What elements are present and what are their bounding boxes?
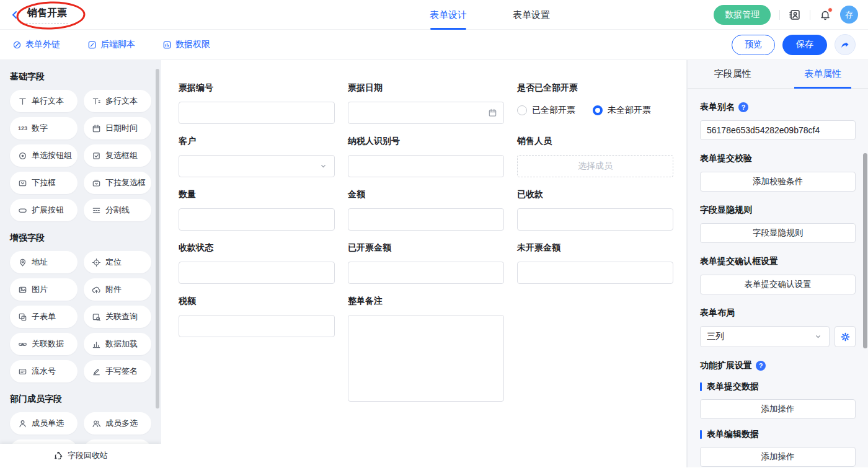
palette-item-radio[interactable]: 单选按钮组	[10, 144, 78, 167]
panel-scrollbar[interactable]	[863, 153, 867, 348]
date-input[interactable]	[348, 102, 504, 124]
palette-item-extend-button[interactable]: 扩展按钮	[10, 199, 78, 221]
panel-action-button[interactable]: 字段显隐规则	[700, 223, 856, 243]
text-input[interactable]	[348, 208, 504, 231]
tab-form-settings[interactable]: 表单设置	[513, 0, 550, 30]
toolbar-link-data-permission[interactable]: 数据权限	[162, 39, 210, 50]
radio-option[interactable]: 已全部开票	[517, 105, 575, 116]
bar-chart-icon	[92, 340, 101, 349]
canvas-field[interactable]: 整单备注	[348, 296, 504, 402]
canvas-field[interactable]: 纳税人识别号	[348, 136, 504, 177]
palette-item-relation-query[interactable]: 关联查询	[84, 306, 151, 328]
preview-button[interactable]: 预览	[732, 35, 775, 55]
share-icon[interactable]	[835, 34, 856, 55]
add-operation-button[interactable]: 添加操作	[700, 399, 856, 419]
palette-item-label: 手写签名	[105, 366, 138, 377]
palette-item-label: 子表单	[32, 311, 56, 322]
palette-item-multi-line-text[interactable]: 多行文本	[84, 90, 151, 112]
palette-item-single-line-text[interactable]: 单行文本	[10, 90, 78, 112]
canvas-field[interactable]: 客户	[179, 136, 335, 177]
palette-item-serial-number[interactable]: 流水号	[10, 360, 78, 382]
extension-settings-title: 功能扩展设置?	[700, 360, 856, 371]
canvas-field[interactable]: 已开票金额	[348, 242, 504, 284]
layout-settings-button[interactable]	[835, 326, 856, 347]
text-input[interactable]	[517, 208, 673, 231]
panel-section-title: 表单提交校验	[700, 153, 856, 164]
palette-item-divider[interactable]: 分割线	[84, 199, 151, 221]
text-input[interactable]	[179, 208, 335, 231]
help-icon[interactable]: ?	[738, 102, 748, 112]
field-label: 已开票金额	[348, 242, 504, 254]
palette-item-label: 复选框组	[105, 150, 138, 161]
palette-item-map-pin[interactable]: 地址	[10, 251, 78, 273]
field-recycle-bin[interactable]: 字段回收站	[0, 444, 161, 467]
palette-item-number-123[interactable]: 123数字	[10, 117, 78, 139]
textarea-input[interactable]	[348, 315, 504, 402]
back-icon[interactable]	[10, 10, 20, 20]
palette-section-title: 增强字段	[10, 232, 151, 244]
tab-form-design[interactable]: 表单设计	[430, 0, 467, 30]
panel-action-button[interactable]: 表单提交确认设置	[700, 275, 856, 294]
palette-item-calendar[interactable]: 日期时间	[84, 117, 151, 139]
select-input[interactable]	[179, 155, 335, 177]
canvas-field[interactable]: 已收款	[517, 189, 673, 231]
tab-field-properties[interactable]: 字段属性	[688, 60, 778, 88]
palette-item-dropdown[interactable]: 下拉框	[10, 172, 78, 194]
radio-unchecked-icon[interactable]	[517, 105, 527, 115]
text-input[interactable]	[179, 102, 335, 124]
palette-item-signature[interactable]: 手写签名	[84, 360, 151, 382]
canvas-field[interactable]: 收款状态	[179, 242, 335, 284]
palette-grid: 单行文本多行文本123数字日期时间单选按钮组复选框组下拉框下拉复选框扩展按钮分割…	[10, 90, 151, 221]
member-single-icon	[18, 419, 27, 428]
palette-item-locate[interactable]: 定位	[84, 251, 151, 273]
toolbar-link-link[interactable]: 表单外链	[12, 39, 60, 50]
map-pin-icon	[18, 258, 27, 267]
palette-item-member-single[interactable]: 成员单选	[10, 412, 78, 435]
sidebar-scrollbar[interactable]	[156, 69, 159, 408]
avatar[interactable]: 存	[840, 6, 858, 24]
palette-item-dropdown-multi[interactable]: 下拉复选框	[84, 172, 151, 194]
canvas-field[interactable]: 金额	[348, 189, 504, 231]
panel-action-button[interactable]: 添加校验条件	[700, 172, 856, 192]
canvas-field[interactable]: 是否已全部开票已全部开票未全部开票	[517, 82, 673, 121]
palette-item-cloud-upload[interactable]: 附件	[84, 278, 151, 301]
save-button[interactable]: 保存	[782, 35, 827, 55]
relation-query-icon	[92, 312, 101, 322]
palette-item-relation-data[interactable]: 关联数据	[10, 333, 78, 355]
field-label: 销售人员	[517, 136, 673, 147]
canvas-field[interactable]: 票据编号	[179, 82, 335, 124]
member-picker-button[interactable]: 选择成员	[517, 155, 673, 177]
palette-item-member-multi[interactable]: 成员多选	[84, 412, 151, 435]
canvas-field[interactable]: 销售人员选择成员	[517, 136, 673, 177]
form-title[interactable]: 销售开票	[26, 6, 68, 24]
text-input[interactable]	[517, 262, 673, 284]
tab-form-properties[interactable]: 表单属性	[778, 60, 868, 88]
radio-option[interactable]: 未全部开票	[593, 105, 651, 116]
text-input[interactable]	[179, 262, 335, 284]
canvas-field[interactable]: 未开票金额	[517, 242, 673, 284]
toolbar-link-script[interactable]: 后端脚本	[87, 39, 135, 50]
add-operation-button[interactable]: 添加操作	[700, 447, 856, 467]
palette-item-image[interactable]: 图片	[10, 278, 78, 301]
help-icon[interactable]: ?	[756, 361, 766, 371]
palette-item-bar-chart[interactable]: 数据加载	[84, 333, 151, 355]
canvas-field[interactable]: 数量	[179, 189, 335, 231]
palette-item-checkbox[interactable]: 复选框组	[84, 144, 151, 167]
text-input[interactable]	[348, 262, 504, 284]
palette-item-label: 成员多选	[105, 418, 138, 429]
radio-checked-icon[interactable]	[593, 105, 603, 115]
palette-item-label: 数据加载	[105, 338, 138, 350]
palette-item-subform[interactable]: 子表单	[10, 306, 78, 328]
canvas-field[interactable]: 税额	[179, 296, 335, 337]
notification-bell-icon[interactable]	[819, 9, 831, 21]
palette-item-label: 附件	[105, 284, 122, 295]
contacts-icon[interactable]	[789, 9, 801, 21]
text-input[interactable]	[179, 315, 335, 337]
form-layout-select[interactable]: 三列	[700, 326, 830, 347]
canvas-field[interactable]: 票据日期	[348, 82, 504, 124]
text-input[interactable]	[348, 155, 504, 177]
form-alias-input[interactable]: 56178e653d54282e09b78cf4	[700, 120, 856, 140]
field-label: 票据编号	[179, 82, 335, 94]
data-manage-button[interactable]: 数据管理	[714, 5, 771, 25]
field-label: 已收款	[517, 189, 673, 200]
